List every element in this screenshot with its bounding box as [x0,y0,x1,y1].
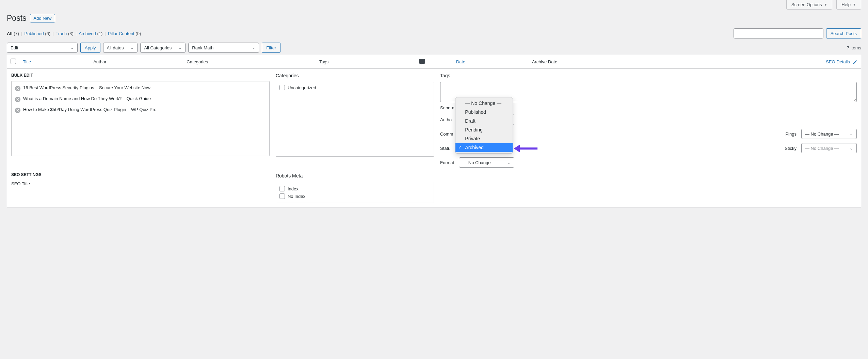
remove-icon[interactable] [15,86,20,91]
col-tags: Tags [316,55,392,69]
status-option-draft[interactable]: Draft [455,116,513,125]
col-archive-date: Archive Date [529,55,680,69]
screen-options-tab[interactable]: Screen Options ▼ [786,0,833,10]
categories-list: Uncategorized [276,82,434,157]
screen-options-label: Screen Options [791,2,822,7]
col-seo-details[interactable]: SEO Details [683,59,857,64]
chevron-down-icon: ⌄ [178,45,182,50]
pencil-icon [853,60,857,64]
items-count: 7 items [847,45,861,50]
format-select[interactable]: — No Change — ⌄ [459,157,514,168]
help-label: Help [841,2,851,7]
category-item: Uncategorized [279,85,430,90]
caret-down-icon: ▼ [824,3,827,6]
category-checkbox[interactable] [279,85,285,90]
status-label: Statu [440,146,450,151]
post-status-filters: All (7) | Published (6) | Trash (3) | Ar… [7,31,141,36]
chevron-down-icon: ⌄ [130,45,134,50]
bulk-edit-legend: BULK EDIT [11,73,270,78]
col-categories: Categories [183,55,316,69]
view-all[interactable]: All (7) [7,31,19,36]
robots-meta-list: Index No Index [276,182,434,203]
bulk-title-item: How to Make $50/Day Using WordPress Quiz… [15,105,266,115]
filter-button[interactable]: Filter [262,43,280,53]
categories-legend: Categories [276,73,434,78]
view-archived[interactable]: Archived (1) [79,31,102,36]
format-label: Format [440,160,454,165]
status-option-nochange[interactable]: — No Change — [455,99,513,108]
comments-icon[interactable] [419,59,425,64]
category-filter-select[interactable]: All Categories ⌄ [140,43,186,53]
pings-select[interactable]: — No Change — ⌄ [801,129,857,139]
add-new-button[interactable]: Add New [30,14,55,22]
status-option-published[interactable]: Published [455,108,513,116]
robots-item: No Index [279,192,430,200]
remove-icon[interactable] [15,108,20,113]
chevron-down-icon: ⌄ [850,131,853,136]
view-published[interactable]: Published (6) [25,31,51,36]
date-filter-select[interactable]: All dates ⌄ [103,43,138,53]
col-title[interactable]: Title [23,59,31,64]
robots-checkbox[interactable] [279,186,285,191]
bulk-title-item: What is a Domain Name and How Do They Wo… [15,94,266,105]
status-option-pending[interactable]: Pending [455,125,513,134]
select-all-checkbox[interactable] [11,59,16,64]
bulk-action-selected: Edit [11,45,18,50]
col-date[interactable]: Date [456,59,465,64]
status-option-private[interactable]: Private [455,134,513,143]
arrow-annotation-icon [514,144,537,154]
chevron-down-icon: ⌄ [850,146,853,151]
seo-settings-legend: SEO SETTINGS [11,172,270,177]
status-option-archived[interactable]: Archived [455,143,513,152]
sticky-select[interactable]: — No Change — ⌄ [801,143,857,153]
help-tab[interactable]: Help ▼ [836,0,861,10]
pings-label: Pings [785,131,797,137]
chevron-down-icon: ⌄ [252,45,255,50]
robots-meta-legend: Robots Meta [276,173,434,178]
view-trash[interactable]: Trash (3) [56,31,74,36]
sticky-label: Sticky [785,146,797,151]
remove-icon[interactable] [15,97,20,102]
tags-legend: Tags [440,73,857,78]
page-title: Posts [7,14,27,23]
bulk-action-select[interactable]: Edit ⌄ [7,43,78,53]
seo-title-label: SEO Title [11,181,270,186]
caret-down-icon: ▼ [853,3,856,6]
comments-label: Comm [440,131,453,137]
bulk-title-item: 16 Best WordPress Security Plugins – Sec… [15,83,266,94]
chevron-down-icon: ⌄ [70,45,74,50]
status-dropdown[interactable]: — No Change — Published Draft Pending Pr… [455,97,513,154]
chevron-down-icon: ⌄ [507,160,511,165]
search-input[interactable] [734,28,823,38]
view-pillar-content[interactable]: Pillar Content (0) [108,31,141,36]
robots-item: Index [279,185,430,192]
robots-checkbox[interactable] [279,193,285,199]
bulk-edit-titles-box: 16 Best WordPress Security Plugins – Sec… [11,81,270,156]
col-author: Author [90,55,183,69]
rankmath-filter-select[interactable]: Rank Math ⌄ [188,43,259,53]
author-label: Autho [440,117,452,122]
apply-button[interactable]: Apply [80,43,100,53]
search-posts-button[interactable]: Search Posts [826,28,861,38]
